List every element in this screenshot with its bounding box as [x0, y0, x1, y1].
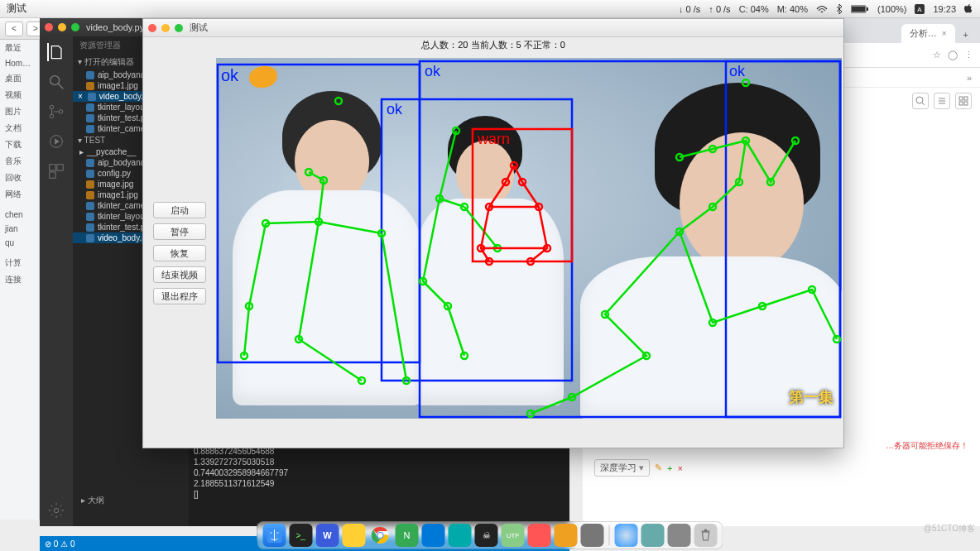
finder-sidebar-item[interactable]: Hom… [0, 56, 39, 70]
dock-app-icon[interactable] [449, 524, 472, 547]
add-icon[interactable]: + [667, 463, 672, 473]
finder-sidebar-item[interactable]: 网络 [0, 186, 39, 203]
svg-line-6 [59, 84, 64, 89]
close-icon[interactable] [148, 24, 156, 32]
stop-video-button[interactable]: 结束视频 [153, 266, 206, 283]
grid-icon[interactable] [955, 93, 972, 109]
svg-text:>_: >_ [296, 531, 306, 540]
tkinter-window: 测试 总人数：20 当前人数：5 不正常：0 启动 暂停 恢复 结束视频 退出程… [142, 18, 844, 448]
chevron-down-icon[interactable]: ▾ [639, 462, 644, 472]
svg-rect-12 [57, 165, 63, 170]
finder-sidebar-item[interactable]: 视频 [0, 87, 39, 103]
finder-sidebar-item[interactable]: 连接 [0, 271, 39, 288]
svg-rect-2 [867, 7, 868, 11]
tab-close-icon[interactable]: × [942, 29, 947, 38]
svg-rect-26 [382, 99, 572, 381]
start-button[interactable]: 启动 [153, 202, 206, 218]
zoom-icon[interactable] [71, 23, 79, 31]
tkinter-title: 测试 [190, 22, 208, 34]
dock-app-icon[interactable]: N [396, 524, 419, 547]
finder-sidebar-item[interactable]: 桌面 [0, 70, 39, 87]
mac-menubar: 测试 ↓ 0 /s ↑ 0 /s C: 04% M: 40% (100%) A … [0, 0, 980, 18]
current-count: 5 [516, 40, 521, 50]
finder-sidebar-item[interactable]: 图片 [0, 103, 39, 120]
dock-app-icon[interactable] [668, 524, 691, 547]
dock-folder-icon[interactable] [555, 524, 578, 547]
finder-nav-back[interactable]: < [5, 22, 23, 36]
close-icon[interactable] [45, 23, 53, 31]
dock-safari-icon[interactable] [615, 524, 638, 547]
exit-button[interactable]: 退出程序 [153, 288, 206, 304]
finder-sidebar-item[interactable]: 文档 [0, 120, 39, 137]
finder-sidebar-item[interactable]: 最近 [0, 40, 39, 56]
page-tool-icons [912, 93, 972, 109]
wifi-icon[interactable] [816, 5, 828, 13]
dock-qq-icon[interactable] [343, 524, 366, 547]
svg-point-7 [50, 105, 54, 109]
dock-app-icon[interactable] [528, 524, 551, 547]
debug-icon[interactable] [47, 132, 65, 151]
dock-app-icon[interactable]: ☠ [475, 524, 498, 547]
clock[interactable]: 19:23 [933, 4, 956, 14]
dock-chrome-icon[interactable] [369, 524, 392, 547]
dock-finder-icon[interactable] [263, 524, 286, 547]
dock-trash-icon[interactable] [694, 524, 718, 547]
finder-sidebar-item[interactable]: 下载 [0, 137, 39, 153]
pause-button[interactable]: 暂停 [153, 223, 206, 240]
menubar-right: ↓ 0 /s ↑ 0 /s C: 04% M: 40% (100%) A 19:… [679, 4, 973, 14]
extensions-icon[interactable] [47, 162, 65, 180]
bookmark-star-icon[interactable]: ☆ [933, 50, 941, 60]
chrome-tab[interactable]: 分析…× [901, 24, 955, 43]
gear-icon[interactable] [47, 501, 65, 520]
apple-icon[interactable] [964, 4, 973, 14]
dock-app-icon[interactable] [422, 524, 445, 547]
finder-sidebar-item[interactable]: 计算 [0, 255, 39, 271]
battery-icon[interactable] [851, 5, 869, 13]
tkinter-titlebar[interactable]: 测试 [143, 19, 843, 37]
tag-pill[interactable]: 深度学习 ▾ [594, 459, 650, 477]
git-icon[interactable] [47, 103, 65, 121]
bluetooth-icon[interactable] [836, 4, 843, 14]
dock-app-icon[interactable] [581, 524, 604, 547]
edit-icon[interactable]: ✎ [655, 462, 662, 473]
profile-avatar-icon[interactable]: ◯ [948, 50, 958, 60]
svg-text:A: A [918, 6, 923, 13]
svg-rect-22 [959, 102, 963, 105]
search-icon[interactable] [912, 93, 929, 109]
minimize-icon[interactable] [58, 23, 66, 31]
search-icon[interactable] [47, 73, 65, 91]
abnormal-count: 0 [560, 40, 565, 50]
svg-point-5 [50, 76, 60, 85]
bookmarks-overflow[interactable]: » [967, 73, 972, 83]
finder-sidebar-item[interactable]: chen [0, 208, 39, 222]
chrome-menu-icon[interactable]: ⋮ [964, 50, 973, 60]
new-tab-button[interactable]: + [957, 26, 975, 43]
dock-app-icon[interactable] [641, 524, 665, 547]
stats-line: 总人数：20 当前人数：5 不正常：0 [143, 37, 843, 53]
outline-section[interactable]: ▸ 大纲 [76, 493, 189, 508]
svg-text:ok: ok [425, 63, 441, 79]
finder-sidebar-item[interactable]: 回收 [0, 170, 39, 186]
svg-point-14 [54, 508, 59, 513]
dock-wps-icon[interactable]: W [316, 524, 339, 547]
files-icon[interactable] [47, 43, 65, 61]
finder-sidebar-item[interactable]: qu [0, 236, 39, 250]
resume-button[interactable]: 恢复 [153, 245, 206, 261]
finder-sidebar-item[interactable]: jian [0, 222, 39, 236]
svg-rect-32 [473, 129, 572, 261]
watermark: @51CTO博客 [924, 523, 975, 534]
save-warning: …务器可能拒绝保存！ [886, 440, 968, 452]
battery-pct: (100%) [877, 4, 906, 14]
control-panel: 启动 暂停 恢复 结束视频 退出程序 [143, 53, 216, 448]
net-down: ↓ 0 /s [679, 4, 700, 14]
svg-rect-21 [964, 97, 968, 100]
minimize-icon[interactable] [161, 24, 170, 32]
dock-app-icon[interactable]: UTF [502, 524, 525, 547]
svg-rect-1 [852, 7, 865, 12]
list-icon[interactable] [934, 93, 950, 109]
finder-sidebar-item[interactable]: 音乐 [0, 153, 39, 170]
zoom-icon[interactable] [175, 24, 183, 32]
delete-icon[interactable]: × [678, 463, 683, 473]
dock-terminal-icon[interactable]: >_ [290, 524, 313, 547]
input-method-icon[interactable]: A [915, 4, 925, 14]
